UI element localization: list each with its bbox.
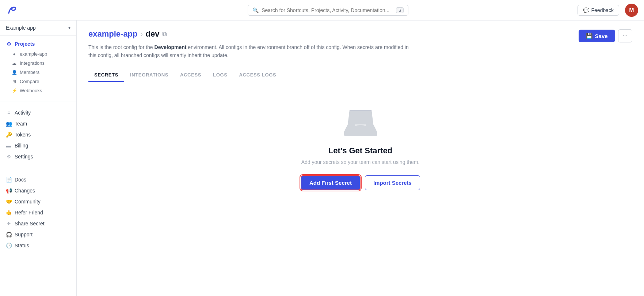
logo-area [6,4,79,16]
sidebar-item-activity[interactable]: ≡ Activity [0,107,76,118]
breadcrumb-project[interactable]: example-app [88,29,138,39]
empty-inbox-icon [342,104,379,137]
tab-access[interactable]: ACCESS [174,68,207,82]
search-input[interactable] [262,7,393,13]
status-icon: 🕐 [6,243,12,248]
search-shortcut: S [396,7,404,13]
compare-icon: ⊞ [12,79,17,84]
docs-label: Docs [15,177,26,183]
content-actions: 💾 Save ··· [579,29,632,42]
webhooks-label: Webhooks [20,88,42,93]
sidebar-item-changes[interactable]: 📢 Changes [0,185,76,196]
divider-2 [0,168,76,168]
sidebar-sub-project[interactable]: ● example-app [0,49,76,59]
community-label: Community [15,199,41,205]
content-header: example-app › dev ⧉ This is the root con… [88,29,632,68]
sidebar-sub-members[interactable]: 👤 Members [0,68,76,77]
import-secrets-button[interactable]: Import Secrets [365,175,420,190]
sidebar-sub-compare[interactable]: ⊞ Compare [0,77,76,86]
svg-rect-0 [344,131,377,136]
sidebar-item-docs[interactable]: 📄 Docs [0,174,76,185]
copy-icon[interactable]: ⧉ [162,30,167,38]
main-content: example-app › dev ⧉ This is the root con… [77,20,644,296]
compare-label: Compare [20,79,39,84]
sidebar-item-status[interactable]: 🕐 Status [0,240,76,251]
empty-state: Let's Get Started Add your secrets so yo… [88,82,632,205]
settings-icon: ⚙ [6,154,12,160]
billing-icon: ▬ [6,143,12,149]
app-selector-label: Example app [6,25,36,31]
divider-1 [0,101,76,101]
sidebar-item-share-secret[interactable]: ✈ Share Secret [0,218,76,229]
main-layout: Example app ▾ ⚙ Projects ● example-app ☁… [0,20,644,296]
support-label: Support [15,232,33,237]
tab-access-logs[interactable]: ACCESS LOGS [233,68,282,82]
members-icon: 👤 [12,70,17,75]
billing-label: Billing [15,143,28,149]
tab-secrets[interactable]: SECRETS [88,68,124,82]
activity-icon: ≡ [6,110,12,116]
header-right: 💬 Feedback M [578,4,638,17]
save-button[interactable]: 💾 Save [579,30,615,42]
project-name: example-app [20,51,47,57]
community-icon: 🤝 [6,199,12,205]
save-label: Save [595,33,608,39]
speech-icon: 💬 [583,7,589,13]
tokens-label: Tokens [15,132,31,138]
team-icon: 👥 [6,121,12,127]
refer-icon: 🤙 [6,210,12,216]
breadcrumb-env: dev [146,29,160,39]
feedback-label: Feedback [591,7,614,13]
team-label: Team [15,121,27,127]
tabs: SECRETS INTEGRATIONS ACCESS LOGS ACCESS … [88,68,632,82]
sidebar-item-community[interactable]: 🤝 Community [0,196,76,207]
empty-state-subtitle: Add your secrets so your team can start … [301,159,420,165]
projects-label: Projects [15,41,35,47]
empty-state-actions: Add First Secret Import Secrets [301,175,420,190]
header: 🔍 S 💬 Feedback M [0,0,644,20]
sidebar-item-tokens[interactable]: 🔑 Tokens [0,129,76,140]
sidebar-item-team[interactable]: 👥 Team [0,118,76,129]
sidebar-item-projects[interactable]: ⚙ Projects [0,38,76,49]
sidebar: Example app ▾ ⚙ Projects ● example-app ☁… [0,20,77,296]
svg-rect-1 [350,110,371,111]
webhook-icon: ⚡ [12,88,17,93]
search-bar: 🔍 S [79,5,578,16]
projects-section: ⚙ Projects ● example-app ☁ Integrations … [0,35,76,98]
sidebar-item-refer-friend[interactable]: 🤙 Refer Friend [0,207,76,218]
refer-friend-label: Refer Friend [15,210,43,216]
description-text: This is the root config for the [88,44,155,50]
breadcrumb: example-app › dev ⧉ [88,29,417,39]
changes-label: Changes [15,188,35,194]
feedback-button[interactable]: 💬 Feedback [578,5,619,16]
breadcrumb-area: example-app › dev ⧉ This is the root con… [88,29,417,68]
user-avatar[interactable]: M [625,4,638,17]
cloud-icon: ☁ [12,61,17,66]
share-icon: ✈ [6,221,12,226]
members-label: Members [20,70,39,75]
tab-integrations[interactable]: INTEGRATIONS [124,68,174,82]
support-icon: 🎧 [6,232,12,237]
chevron-down-icon: ▾ [68,25,71,30]
tokens-icon: 🔑 [6,132,12,138]
empty-state-title: Let's Get Started [328,146,392,156]
gear-icon: ⚙ [6,41,12,47]
activity-label: Activity [15,110,31,116]
search-wrapper: 🔍 S [248,5,408,16]
sidebar-item-settings[interactable]: ⚙ Settings [0,151,76,162]
sidebar-item-billing[interactable]: ▬ Billing [0,140,76,151]
tab-logs[interactable]: LOGS [207,68,233,82]
sidebar-item-support[interactable]: 🎧 Support [0,229,76,240]
settings-label: Settings [15,154,33,160]
share-secret-label: Share Secret [15,221,45,226]
project-icon: ● [12,52,17,57]
sidebar-sub-webhooks[interactable]: ⚡ Webhooks [0,86,76,95]
breadcrumb-separator: › [141,30,143,38]
app-selector[interactable]: Example app ▾ [0,20,76,35]
page-description: This is the root config for the Developm… [88,43,417,60]
add-first-secret-button[interactable]: Add First Secret [301,175,361,190]
sidebar-sub-integrations[interactable]: ☁ Integrations [0,59,76,68]
nav-section: ≡ Activity 👥 Team 🔑 Tokens ▬ Billing ⚙ S… [0,104,76,165]
more-options-button[interactable]: ··· [618,29,632,42]
description-bold: Development [155,44,187,50]
